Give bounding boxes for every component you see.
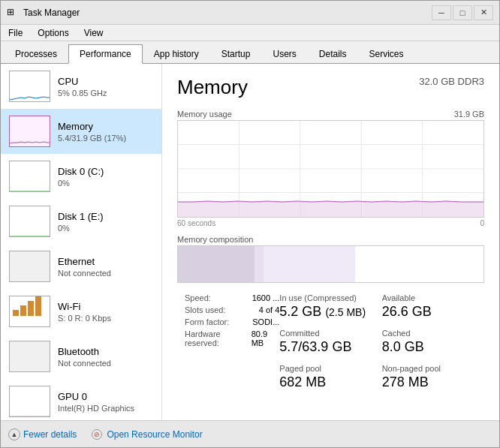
in-use-segment: [178, 246, 255, 282]
speed-row: Speed: 1600 ...: [185, 293, 279, 302]
arrow-up-icon: ▲: [8, 428, 20, 440]
slots-label: Slots used:: [185, 305, 225, 314]
wifi-info: Wi-Fi S: 0 R: 0 Kbps: [58, 301, 155, 323]
form-value: SODI...: [252, 317, 279, 326]
cached-label: Cached: [382, 329, 484, 338]
committed-stat: Committed 5.7/63.9 GB: [279, 329, 381, 355]
hw-value: 80.9 MB: [252, 329, 280, 347]
available-value: 26.6 GB: [382, 304, 484, 320]
resource-monitor-icon: ⊘: [92, 429, 102, 440]
close-button[interactable]: ✕: [474, 5, 493, 20]
committed-label: Committed: [279, 329, 381, 338]
in-use-value: 5.2 GB (2.5 MB): [279, 304, 381, 320]
menu-options[interactable]: Options: [30, 26, 76, 40]
nonpaged-stat: Non-paged pool 278 MB: [382, 364, 484, 390]
paged-stat: Paged pool 682 MB: [279, 364, 381, 390]
time-end: 0: [480, 219, 484, 227]
svg-rect-2: [10, 341, 50, 372]
bottom-bar: ▲ Fewer details ⊘ Open Resource Monitor: [1, 420, 499, 447]
title-bar: ⊞ Task Manager ─ □ ✕: [1, 1, 499, 25]
tab-performance[interactable]: Performance: [68, 44, 143, 64]
menu-file[interactable]: File: [1, 26, 30, 40]
right-stats: Speed: 1600 ... Slots used: 4 of 4 Form …: [177, 293, 279, 390]
fewer-details-button[interactable]: ▲ Fewer details: [8, 428, 77, 440]
nonpaged-value: 278 MB: [382, 374, 484, 390]
mem-mini-graph: [9, 116, 50, 147]
svg-rect-1: [10, 251, 50, 282]
eth-info: Ethernet Not connected: [58, 256, 155, 278]
main-spec: 32.0 GB DDR3: [419, 76, 484, 87]
hw-row: Hardware reserved: 80.9 MB: [185, 329, 279, 347]
in-use-stat: In use (Compressed) 5.2 GB (2.5 MB): [279, 293, 381, 320]
time-start: 60 seconds: [177, 219, 215, 227]
ethernet-label: Ethernet: [58, 256, 155, 267]
minimize-button[interactable]: ─: [432, 5, 451, 20]
tab-app-history[interactable]: App history: [143, 44, 210, 63]
form-row: Form factor: SODI...: [185, 317, 279, 326]
disk0-mini-graph: [9, 161, 50, 192]
cached-value: 8.0 GB: [382, 339, 484, 355]
cpu-info: CPU 5% 0.85 GHz: [58, 76, 155, 98]
chart-time-labels: 60 seconds 0: [177, 219, 484, 227]
available-stat: Available 26.6 GB: [382, 293, 484, 320]
gpu0-value: Intel(R) HD Graphics: [58, 404, 155, 413]
committed-value: 5.7/63.9 GB: [279, 339, 381, 355]
ethernet-value: Not connected: [58, 269, 155, 278]
stats-grid: In use (Compressed) 5.2 GB (2.5 MB) Avai…: [177, 293, 484, 390]
mem-info: Memory 5.4/31.9 GB (17%): [58, 121, 155, 143]
sidebar-item-disk0[interactable]: Disk 0 (C:) 0%: [1, 154, 161, 199]
disk1-mini-graph: [9, 206, 50, 237]
speed-label: Speed:: [185, 293, 211, 302]
content-area: CPU 5% 0.85 GHz Memory 5.4/31.9 GB (17%): [1, 64, 499, 420]
bluetooth-value: Not connected: [58, 359, 155, 368]
available-label: Available: [382, 293, 484, 302]
sidebar-item-bluetooth[interactable]: Bluetooth Not connected: [1, 334, 161, 379]
memory-chart: [177, 120, 484, 218]
gpu-mini-graph: [9, 386, 50, 417]
composition-section: Memory composition: [177, 235, 484, 283]
tab-services[interactable]: Services: [358, 44, 415, 63]
cached-stat: Cached 8.0 GB: [382, 329, 484, 355]
sidebar-item-wifi[interactable]: Wi-Fi S: 0 R: 0 Kbps: [1, 289, 161, 334]
tab-details[interactable]: Details: [308, 44, 358, 63]
main-header: Memory 32.0 GB DDR3: [177, 76, 484, 99]
menu-view[interactable]: View: [77, 26, 111, 40]
bt-mini-graph: [9, 341, 50, 372]
tab-processes[interactable]: Processes: [4, 44, 68, 63]
restore-button[interactable]: □: [453, 5, 472, 20]
tab-startup[interactable]: Startup: [210, 44, 262, 63]
tab-users[interactable]: Users: [261, 44, 307, 63]
in-use-label: In use (Compressed): [279, 293, 381, 302]
main-title: Memory: [177, 76, 248, 99]
wifi-value: S: 0 R: 0 Kbps: [58, 314, 155, 323]
disk1-label: Disk 1 (E:): [58, 211, 155, 222]
sidebar-item-cpu[interactable]: CPU 5% 0.85 GHz: [1, 64, 161, 109]
main-panel: Memory 32.0 GB DDR3 Memory usage 31.9 GB: [162, 64, 499, 420]
sidebar-item-disk1[interactable]: Disk 1 (E:) 0%: [1, 199, 161, 244]
cpu-value: 5% 0.85 GHz: [58, 89, 155, 98]
disk1-value: 0%: [58, 224, 155, 233]
chart-label: Memory usage: [177, 110, 232, 119]
sidebar: CPU 5% 0.85 GHz Memory 5.4/31.9 GB (17%): [1, 64, 162, 420]
cpu-label: CPU: [58, 76, 155, 87]
sidebar-item-ethernet[interactable]: Ethernet Not connected: [1, 244, 161, 289]
gpu0-info: GPU 0 Intel(R) HD Graphics: [58, 391, 155, 413]
resource-monitor-label: Open Resource Monitor: [107, 429, 202, 440]
disk0-label: Disk 0 (C:): [58, 166, 155, 177]
memory-label: Memory: [58, 121, 155, 132]
disk0-info: Disk 0 (C:) 0%: [58, 166, 155, 188]
chart-max-label: 31.9 GB: [454, 110, 484, 119]
tab-bar: Processes Performance App history Startu…: [1, 41, 499, 64]
nonpaged-label: Non-paged pool: [382, 364, 484, 373]
chart-label-row: Memory usage 31.9 GB: [177, 110, 484, 119]
wifi-mini-graph: [9, 296, 50, 327]
composition-label: Memory composition: [177, 235, 484, 244]
free-segment: [355, 246, 483, 282]
eth-mini-graph: [9, 251, 50, 282]
sidebar-item-gpu0[interactable]: GPU 0 Intel(R) HD Graphics: [1, 379, 161, 420]
modified-segment: [255, 246, 264, 282]
memory-usage-section: Memory usage 31.9 GB: [177, 110, 484, 227]
open-resource-monitor-button[interactable]: ⊘ Open Resource Monitor: [92, 429, 202, 440]
cpu-mini-graph: [9, 71, 50, 102]
sidebar-item-memory[interactable]: Memory 5.4/31.9 GB (17%): [1, 109, 161, 154]
